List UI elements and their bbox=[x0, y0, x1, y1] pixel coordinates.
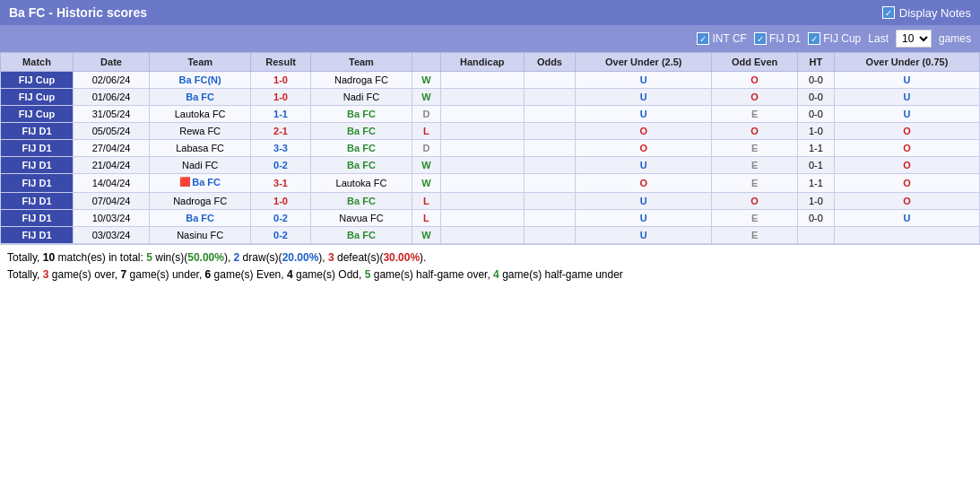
ht-score: 0-1 bbox=[798, 157, 835, 174]
draws-pct: 20.00% bbox=[282, 251, 319, 264]
oddeven-value: O bbox=[712, 89, 798, 106]
filter-bar: ✓ INT CF ✓ FIJ D1 ✓ FIJ Cup Last 10 20 5… bbox=[0, 25, 980, 52]
oddeven-value: E bbox=[712, 106, 798, 123]
match-type: FIJ D1 bbox=[1, 227, 74, 244]
team2-name: Lautoka FC bbox=[310, 174, 412, 193]
fij-d1-checkbox[interactable]: ✓ bbox=[754, 32, 767, 45]
match-outcome: W bbox=[412, 72, 441, 89]
last-label: Last bbox=[868, 32, 889, 45]
oddeven-value: E bbox=[712, 210, 798, 227]
ht-score: 0-0 bbox=[798, 210, 835, 227]
team1-name: Lautoka FC bbox=[150, 106, 251, 123]
scores-table: Match Date Team Result Team Handicap Odd… bbox=[0, 52, 980, 244]
wins-count: 5 bbox=[146, 251, 152, 264]
match-type: FIJ Cup bbox=[1, 72, 74, 89]
col-oddeven: Odd Even bbox=[712, 53, 798, 72]
handicap-value bbox=[440, 210, 524, 227]
table-row: FIJ Cup01/06/24Ba FC1-0Nadi FCWUO0-0U bbox=[1, 89, 980, 106]
oddeven-value: O bbox=[712, 72, 798, 89]
match-date: 10/03/24 bbox=[74, 210, 150, 227]
odds-value bbox=[524, 157, 576, 174]
col-date: Date bbox=[74, 53, 150, 72]
int-cf-checkbox[interactable]: ✓ bbox=[697, 32, 709, 45]
filter-fij-d1[interactable]: ✓ FIJ D1 bbox=[754, 32, 801, 45]
header: Ba FC - Historic scores ✓ Display Notes bbox=[0, 0, 980, 25]
ou075-value: O bbox=[834, 193, 979, 210]
filter-fij-cup[interactable]: ✓ FIJ Cup bbox=[808, 32, 861, 45]
ou25-value: U bbox=[576, 157, 712, 174]
team2-name: Ba FC bbox=[310, 157, 412, 174]
table-row: FIJ D107/04/24Nadroga FC1-0Ba FCLUO1-0O bbox=[1, 193, 980, 210]
match-date: 05/05/24 bbox=[74, 123, 150, 140]
fij-cup-checkbox[interactable]: ✓ bbox=[808, 32, 820, 45]
match-type: FIJ D1 bbox=[1, 174, 74, 193]
display-notes-label: Display Notes bbox=[899, 6, 971, 20]
match-type: FIJ Cup bbox=[1, 106, 74, 123]
team2-name: Ba FC bbox=[310, 227, 412, 244]
match-date: 27/04/24 bbox=[74, 140, 150, 157]
handicap-value bbox=[440, 227, 524, 244]
draws-count: 2 bbox=[234, 251, 240, 264]
ou075-value: U bbox=[834, 89, 979, 106]
table-row: FIJ Cup02/06/24Ba FC(N)1-0Nadroga FCWUO0… bbox=[1, 72, 980, 89]
table-row: FIJ D121/04/24Nadi FC0-2Ba FCWUE0-1O bbox=[1, 157, 980, 174]
odds-value bbox=[524, 72, 576, 89]
summary-line1: Totally, 10 match(es) in total: 5 win(s)… bbox=[7, 249, 973, 266]
games-select[interactable]: 10 20 5 bbox=[896, 30, 932, 48]
ou075-value: U bbox=[834, 210, 979, 227]
total-matches: 10 bbox=[43, 251, 55, 264]
odds-value bbox=[524, 174, 576, 193]
odds-value bbox=[524, 210, 576, 227]
table-row: FIJ D127/04/24Labasa FC3-3Ba FCDOE1-1O bbox=[1, 140, 980, 157]
match-outcome: W bbox=[412, 89, 441, 106]
match-outcome: W bbox=[412, 227, 441, 244]
col-team1: Team bbox=[150, 53, 251, 72]
col-match: Match bbox=[1, 53, 74, 72]
oddeven-value: E bbox=[712, 227, 798, 244]
match-date: 14/04/24 bbox=[74, 174, 150, 193]
match-result: 1-1 bbox=[251, 106, 311, 123]
ht-score: 1-0 bbox=[798, 123, 835, 140]
handicap-value bbox=[440, 193, 524, 210]
team2-name: Ba FC bbox=[310, 123, 412, 140]
col-odds: Odds bbox=[524, 53, 576, 72]
ou075-value: O bbox=[834, 174, 979, 193]
col-ht: HT bbox=[798, 53, 835, 72]
match-outcome: L bbox=[412, 193, 441, 210]
display-notes-checkbox[interactable]: ✓ bbox=[882, 6, 895, 19]
ou25-value: U bbox=[576, 106, 712, 123]
match-type: FIJ D1 bbox=[1, 123, 74, 140]
odds-value bbox=[524, 193, 576, 210]
match-type: FIJ D1 bbox=[1, 157, 74, 174]
ou075-value: O bbox=[834, 123, 979, 140]
table-row: FIJ D105/05/24Rewa FC2-1Ba FCLOO1-0O bbox=[1, 123, 980, 140]
ou075-value: U bbox=[834, 106, 979, 123]
handicap-value bbox=[440, 174, 524, 193]
odds-value bbox=[524, 89, 576, 106]
odds-value bbox=[524, 106, 576, 123]
col-ou075: Over Under (0.75) bbox=[834, 53, 979, 72]
match-outcome: L bbox=[412, 123, 441, 140]
red-card-icon: 🟥 bbox=[179, 177, 190, 189]
match-result: 1-0 bbox=[251, 89, 311, 106]
ht-score: 0-0 bbox=[798, 89, 835, 106]
ou25-value: U bbox=[576, 72, 712, 89]
match-date: 01/06/24 bbox=[74, 89, 150, 106]
match-date: 02/06/24 bbox=[74, 72, 150, 89]
summary-line2: Totally, 3 game(s) over, 7 game(s) under… bbox=[7, 266, 973, 284]
wins-pct: 50.00% bbox=[187, 251, 224, 264]
col-ou25: Over Under (2.5) bbox=[576, 53, 712, 72]
table-row: FIJ Cup31/05/24Lautoka FC1-1Ba FCDUE0-0U bbox=[1, 106, 980, 123]
team2-name: Navua FC bbox=[310, 210, 412, 227]
oddeven-value: E bbox=[712, 157, 798, 174]
match-date: 03/03/24 bbox=[74, 227, 150, 244]
ou075-value: O bbox=[834, 157, 979, 174]
int-cf-label: INT CF bbox=[712, 32, 746, 45]
col-result: Result bbox=[251, 53, 311, 72]
table-row: FIJ D114/04/24🟥Ba FC3-1Lautoka FCWOE1-1O bbox=[1, 174, 980, 193]
filter-int-cf[interactable]: ✓ INT CF bbox=[697, 32, 746, 45]
ht-score bbox=[798, 227, 835, 244]
display-notes-control[interactable]: ✓ Display Notes bbox=[882, 6, 971, 20]
col-outcome bbox=[412, 53, 441, 72]
fij-cup-label: FIJ Cup bbox=[823, 32, 861, 45]
